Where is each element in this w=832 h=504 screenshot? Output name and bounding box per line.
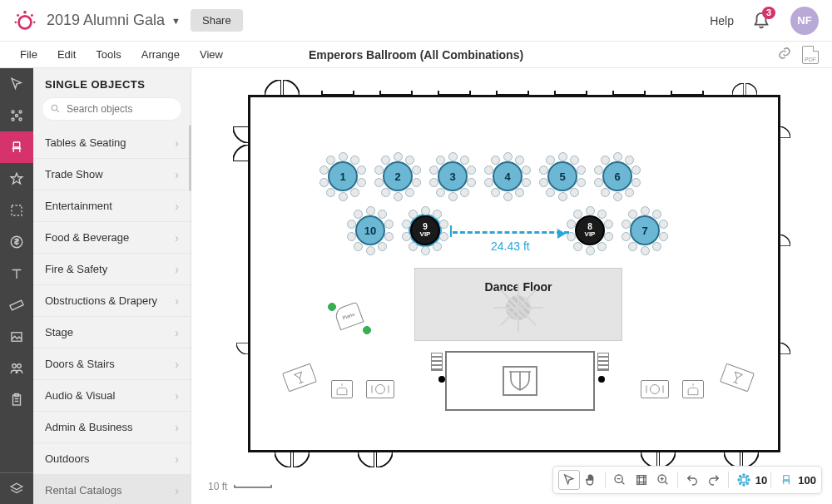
seat[interactable]: [347, 220, 356, 229]
seat[interactable]: [594, 178, 603, 187]
zoom-in-button[interactable]: [652, 470, 674, 490]
round-table[interactable]: 4: [484, 153, 531, 200]
seat[interactable]: [319, 166, 329, 175]
search-input[interactable]: [42, 97, 182, 121]
seat[interactable]: [577, 178, 586, 187]
category-admin-business[interactable]: Admin & Business›: [33, 412, 191, 443]
seat[interactable]: [439, 232, 448, 241]
seat[interactable]: [350, 188, 359, 197]
seat[interactable]: [460, 188, 469, 197]
seat[interactable]: [439, 220, 448, 229]
seat[interactable]: [467, 178, 476, 187]
favorites-tool[interactable]: [0, 163, 33, 195]
category-audio-visual[interactable]: Audio & Visual›: [33, 380, 191, 412]
seat[interactable]: [374, 166, 384, 175]
dance-floor[interactable]: Dance Floor: [414, 268, 622, 341]
avatar[interactable]: NF: [790, 7, 819, 35]
link-icon[interactable]: [777, 46, 792, 64]
category-doors-stairs[interactable]: Doors & Stairs›: [33, 348, 191, 380]
help-link[interactable]: Help: [710, 14, 734, 27]
round-table[interactable]: 10: [347, 207, 394, 254]
seat[interactable]: [394, 192, 403, 201]
stage[interactable]: [445, 351, 595, 411]
category-entertainment[interactable]: Entertainment›: [33, 190, 191, 222]
seat[interactable]: [586, 206, 595, 215]
seat[interactable]: [405, 156, 414, 165]
seat[interactable]: [366, 246, 375, 255]
seat[interactable]: [409, 242, 418, 251]
seat[interactable]: [597, 242, 607, 251]
export-pdf-button[interactable]: PDF: [802, 46, 819, 64]
seat[interactable]: [652, 242, 661, 251]
text-tool[interactable]: [0, 258, 33, 289]
plant-icon[interactable]: [363, 326, 371, 334]
seat[interactable]: [402, 220, 411, 229]
seat[interactable]: [421, 246, 430, 255]
seat[interactable]: [539, 166, 548, 175]
seat[interactable]: [586, 246, 595, 255]
round-table[interactable]: 2: [374, 153, 421, 200]
seat[interactable]: [659, 232, 668, 241]
round-table[interactable]: 3: [429, 153, 476, 200]
round-table[interactable]: 6: [594, 153, 641, 200]
seat[interactable]: [641, 206, 650, 215]
seat[interactable]: [659, 220, 668, 229]
round-table[interactable]: 5: [539, 153, 586, 200]
seat[interactable]: [433, 242, 442, 251]
menu-arrange[interactable]: Arrange: [131, 48, 190, 61]
seat[interactable]: [339, 192, 348, 201]
round-table[interactable]: 1: [319, 153, 366, 200]
seat[interactable]: [350, 156, 359, 165]
seat[interactable]: [522, 178, 531, 187]
seat[interactable]: [484, 178, 493, 187]
seat[interactable]: [641, 246, 650, 255]
image-tool[interactable]: [0, 321, 33, 353]
seat[interactable]: [594, 166, 603, 175]
seat[interactable]: [448, 192, 458, 201]
seat[interactable]: [357, 166, 366, 175]
seat[interactable]: [604, 220, 613, 229]
seat[interactable]: [622, 232, 631, 241]
round-table[interactable]: 8VIP: [567, 207, 613, 254]
seat[interactable]: [625, 188, 634, 197]
seat[interactable]: [539, 178, 548, 187]
seat[interactable]: [405, 188, 414, 197]
seat[interactable]: [381, 188, 390, 197]
select-tool[interactable]: [558, 470, 580, 490]
seat[interactable]: [467, 166, 476, 175]
furniture-tool[interactable]: [0, 131, 33, 163]
seat[interactable]: [421, 206, 430, 215]
round-table[interactable]: 9VIP: [402, 207, 448, 254]
menu-tools[interactable]: Tools: [86, 48, 131, 61]
seat[interactable]: [558, 152, 567, 161]
pan-tool[interactable]: [580, 470, 602, 490]
seat[interactable]: [347, 232, 356, 241]
menu-edit[interactable]: Edit: [47, 48, 86, 61]
seat[interactable]: [384, 232, 394, 241]
menu-file[interactable]: File: [10, 48, 47, 61]
seat[interactable]: [460, 156, 469, 165]
seat[interactable]: [339, 152, 348, 161]
seat[interactable]: [402, 232, 411, 241]
seat[interactable]: [631, 166, 641, 175]
seat[interactable]: [622, 220, 631, 229]
clipboard-tool[interactable]: [0, 384, 33, 416]
seat[interactable]: [522, 166, 531, 175]
seat[interactable]: [546, 188, 555, 197]
seat[interactable]: [436, 188, 445, 197]
plant-icon[interactable]: [328, 303, 336, 311]
layers-button[interactable]: [0, 472, 33, 504]
seat[interactable]: [567, 220, 576, 229]
seat[interactable]: [515, 156, 524, 165]
marquee-tool[interactable]: [0, 195, 33, 226]
undo-button[interactable]: [681, 470, 703, 490]
seat[interactable]: [326, 188, 335, 197]
seat[interactable]: [412, 178, 421, 187]
redo-button[interactable]: [703, 470, 725, 490]
zoom-out-button[interactable]: [609, 470, 631, 490]
seat[interactable]: [570, 156, 579, 165]
seat[interactable]: [558, 192, 567, 201]
pricing-tool[interactable]: [0, 226, 33, 258]
seat[interactable]: [613, 192, 622, 201]
seat[interactable]: [570, 188, 579, 197]
